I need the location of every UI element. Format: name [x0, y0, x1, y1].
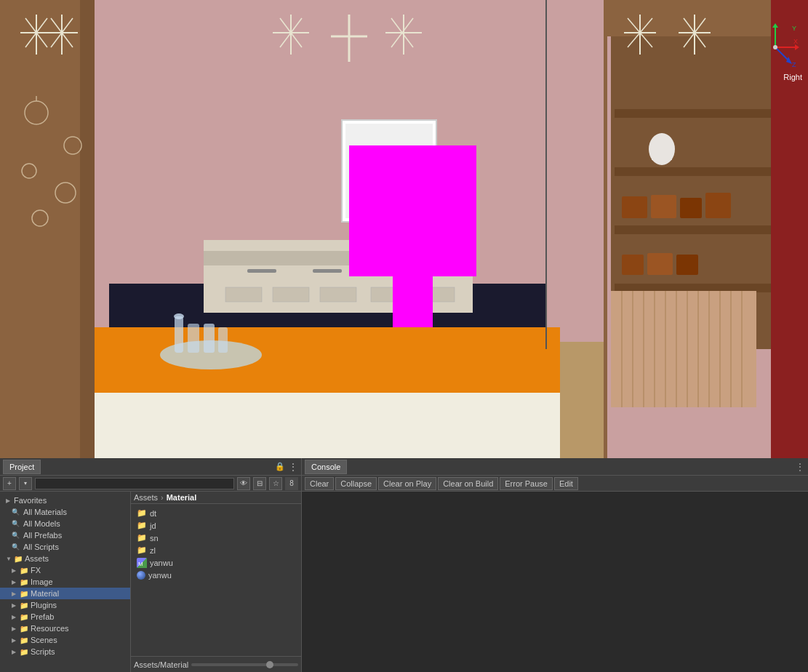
- tree-item-fx[interactable]: ▶ 📁 FX: [0, 564, 130, 576]
- scene-background: [0, 0, 808, 458]
- all-scripts-label: All Scripts: [23, 543, 59, 551]
- assets-label: Assets: [25, 554, 49, 563]
- lock-icon[interactable]: 🔒: [275, 462, 285, 471]
- bottom-panels: Project 🔒 ⋮ + ▾ 👁 ⊟ ☆ 8 ▶ Favorit: [0, 458, 808, 672]
- all-prefabs-label: All Prefabs: [23, 531, 62, 540]
- material-icon-yanwu: M: [137, 558, 147, 568]
- all-models-label: All Models: [23, 519, 60, 528]
- svg-text:Z: Z: [792, 61, 796, 68]
- tree-item-all-materials[interactable]: 🔍 All Materials: [0, 506, 130, 518]
- svg-rect-86: [175, 316, 183, 353]
- tree-item-prefab[interactable]: ▶ 📁 Prefab: [0, 611, 130, 623]
- dropdown-button[interactable]: ▾: [19, 477, 32, 490]
- svg-rect-89: [204, 324, 215, 353]
- project-tab-bar: Project 🔒 ⋮: [0, 458, 301, 476]
- prefab-label: Prefab: [31, 612, 54, 621]
- image-label: Image: [31, 577, 53, 586]
- fx-folder-icon: 📁: [20, 567, 28, 575]
- scripts-label: Scripts: [31, 647, 55, 656]
- svg-marker-93: [772, 23, 778, 28]
- scene-gizmo: Y X Z: [750, 22, 801, 73]
- tree-item-material[interactable]: ▶ 📁 Material: [0, 588, 130, 599]
- tree-item-all-models[interactable]: 🔍 All Models: [0, 518, 130, 529]
- zoom-slider[interactable]: [191, 663, 298, 666]
- folder-icon-jd: 📁: [137, 521, 147, 530]
- scene-view: Y X Z Right: [0, 0, 808, 458]
- svg-point-87: [174, 313, 184, 319]
- breadcrumb-assets[interactable]: Assets: [134, 493, 158, 502]
- svg-rect-90: [218, 327, 228, 353]
- svg-rect-75: [320, 287, 356, 302]
- svg-rect-16: [680, 198, 702, 218]
- plugins-arrow: ▶: [12, 602, 17, 609]
- fx-label: FX: [31, 566, 41, 575]
- clear-on-build-button[interactable]: Clear on Build: [438, 477, 498, 490]
- search-icon-models: 🔍: [12, 520, 20, 527]
- tree-item-image[interactable]: ▶ 📁 Image: [0, 576, 130, 588]
- file-item-zl[interactable]: 📁 zl: [134, 544, 298, 556]
- filter-icon[interactable]: ⊟: [253, 477, 266, 490]
- svg-point-98: [773, 45, 777, 49]
- tree-item-scenes[interactable]: ▶ 📁 Scenes: [0, 634, 130, 646]
- tab-console[interactable]: Console: [305, 460, 347, 474]
- project-panel: Project 🔒 ⋮ + ▾ 👁 ⊟ ☆ 8 ▶ Favorit: [0, 458, 302, 672]
- tree-item-all-prefabs[interactable]: 🔍 All Prefabs: [0, 529, 130, 541]
- folder-icon-zl: 📁: [137, 545, 147, 555]
- svg-rect-84: [95, 393, 560, 458]
- svg-rect-19: [647, 253, 673, 275]
- file-label-jd: jd: [150, 521, 156, 530]
- file-item-yanwu-sphere[interactable]: yanwu: [134, 569, 298, 581]
- breadcrumb: Assets › Material: [131, 492, 301, 504]
- console-tab-bar: Console ⋮: [302, 458, 808, 476]
- svg-rect-91: [545, 0, 547, 349]
- view-direction-label: Right: [783, 73, 802, 81]
- search-icon-prefabs: 🔍: [12, 532, 20, 539]
- tree-item-favorites[interactable]: ▶ Favorites: [0, 495, 130, 506]
- material-label: Material: [31, 589, 59, 598]
- assets-folder-icon: 📁: [14, 555, 23, 563]
- console-more-icon[interactable]: ⋮: [795, 461, 805, 473]
- tree-item-scripts[interactable]: ▶ 📁 Scripts: [0, 646, 130, 657]
- file-label-sn: sn: [150, 534, 159, 543]
- svg-text:M: M: [138, 561, 143, 567]
- scenes-label: Scenes: [31, 636, 57, 644]
- more-menu-icon[interactable]: ⋮: [288, 461, 298, 473]
- clear-on-play-button[interactable]: Clear on Play: [378, 477, 436, 490]
- tree-item-assets[interactable]: ▼ 📁 Assets: [0, 553, 130, 564]
- prefab-folder-icon: 📁: [20, 613, 28, 621]
- file-item-jd[interactable]: 📁 jd: [134, 519, 298, 532]
- tab-project[interactable]: Project: [3, 460, 41, 474]
- tree-item-resources[interactable]: ▶ 📁 Resources: [0, 623, 130, 634]
- image-arrow: ▶: [12, 579, 17, 585]
- file-label-dt: dt: [150, 509, 156, 518]
- collapse-button[interactable]: Collapse: [335, 477, 377, 490]
- svg-rect-73: [225, 287, 262, 302]
- svg-rect-15: [651, 195, 676, 218]
- svg-marker-95: [795, 44, 799, 50]
- resources-arrow: ▶: [12, 625, 17, 632]
- file-item-yanwu-mat[interactable]: M yanwu: [134, 556, 298, 569]
- star-filter-icon[interactable]: ☆: [269, 477, 282, 490]
- project-content: ▶ Favorites 🔍 All Materials 🔍 All Models…: [0, 492, 301, 672]
- svg-rect-14: [622, 196, 647, 218]
- breadcrumb-material[interactable]: Material: [167, 493, 197, 502]
- svg-rect-80: [349, 145, 476, 276]
- file-item-sn[interactable]: 📁 sn: [134, 532, 298, 544]
- view-options-icon[interactable]: 👁: [237, 477, 250, 490]
- edit-button[interactable]: Edit: [554, 477, 578, 490]
- file-item-dt[interactable]: 📁 dt: [134, 507, 298, 519]
- console-content: [302, 492, 808, 672]
- scenes-folder-icon: 📁: [20, 636, 28, 644]
- add-button[interactable]: +: [3, 477, 16, 490]
- search-input[interactable]: [35, 478, 234, 489]
- svg-rect-9: [615, 167, 796, 176]
- scripts-arrow: ▶: [12, 649, 17, 655]
- clear-button[interactable]: Clear: [305, 477, 334, 490]
- all-materials-label: All Materials: [23, 508, 67, 516]
- path-bar: Assets/Material: [131, 656, 301, 672]
- error-pause-button[interactable]: Error Pause: [500, 477, 553, 490]
- svg-rect-20: [676, 255, 698, 275]
- tree-item-all-scripts[interactable]: 🔍 All Scripts: [0, 541, 130, 553]
- favorites-arrow: ▶: [6, 497, 12, 504]
- tree-item-plugins[interactable]: ▶ 📁 Plugins: [0, 599, 130, 611]
